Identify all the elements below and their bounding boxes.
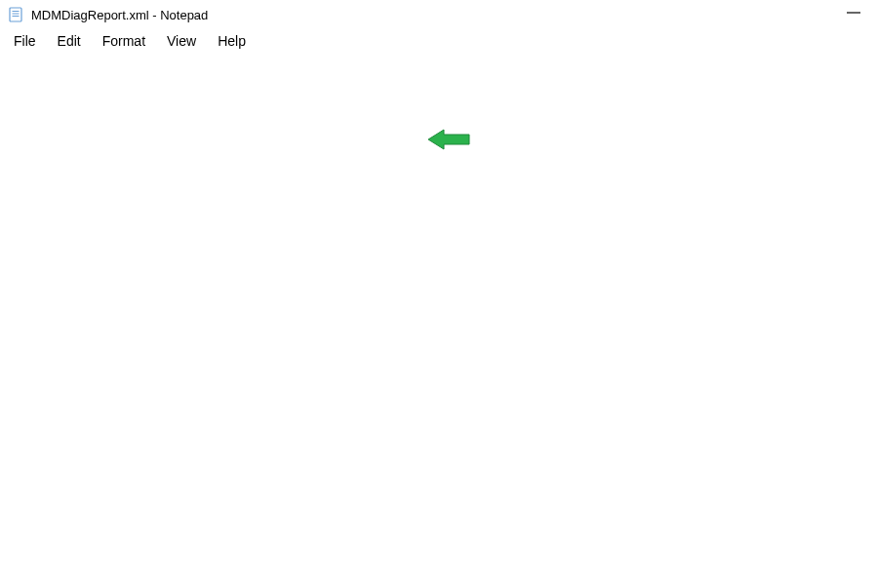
- text-content[interactable]: </ProvisioningResults> <Diagnostics> <Er…: [0, 55, 878, 588]
- notepad-icon: [8, 6, 25, 23]
- svg-rect-0: [10, 8, 21, 21]
- window-title: MDMDiagReport.xml - Notepad: [31, 8, 208, 22]
- menu-view[interactable]: View: [157, 31, 206, 51]
- menu-file[interactable]: File: [4, 31, 46, 51]
- menubar: File Edit Format View Help: [0, 29, 878, 55]
- titlebar: MDMDiagReport.xml - Notepad: [0, 0, 878, 29]
- menu-format[interactable]: Format: [93, 31, 155, 51]
- minimize-button[interactable]: [847, 6, 860, 20]
- arrow-annotation-icon: [392, 108, 437, 130]
- menu-help[interactable]: Help: [208, 31, 256, 51]
- menu-edit[interactable]: Edit: [48, 31, 91, 51]
